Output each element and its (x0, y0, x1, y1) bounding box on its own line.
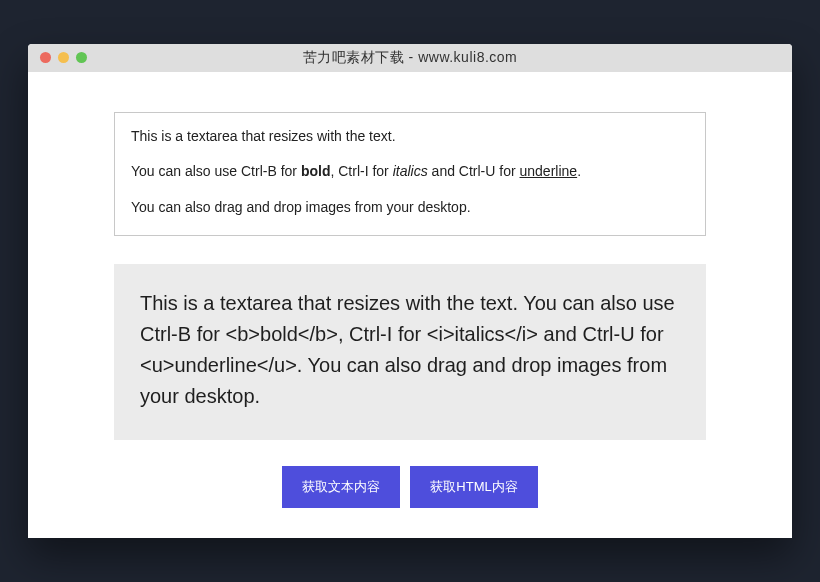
editor-text: This is a textarea that resizes with the… (131, 128, 396, 144)
rich-text-editor[interactable]: This is a textarea that resizes with the… (114, 112, 706, 237)
maximize-icon[interactable] (76, 52, 87, 63)
window-controls (40, 52, 87, 63)
window-title: 苦力吧素材下载 - www.kuli8.com (28, 49, 792, 67)
editor-line: You can also use Ctrl-B for bold, Ctrl-I… (131, 162, 689, 182)
underline-sample: underline (520, 163, 578, 179)
editor-text: . (577, 163, 581, 179)
italic-sample: italics (393, 163, 428, 179)
editor-line: You can also drag and drop images from y… (131, 198, 689, 218)
editor-line: This is a textarea that resizes with the… (131, 127, 689, 147)
content-area: This is a textarea that resizes with the… (28, 72, 792, 539)
editor-text: You can also use Ctrl-B for (131, 163, 301, 179)
editor-text: , Ctrl-I for (330, 163, 392, 179)
get-text-button[interactable]: 获取文本内容 (282, 466, 400, 508)
output-preview: This is a textarea that resizes with the… (114, 264, 706, 440)
titlebar: 苦力吧素材下载 - www.kuli8.com (28, 44, 792, 72)
editor-text: You can also drag and drop images from y… (131, 199, 471, 215)
bold-sample: bold (301, 163, 331, 179)
editor-text: and Ctrl-U for (428, 163, 520, 179)
minimize-icon[interactable] (58, 52, 69, 63)
get-html-button[interactable]: 获取HTML内容 (410, 466, 537, 508)
close-icon[interactable] (40, 52, 51, 63)
preview-text: This is a textarea that resizes with the… (140, 292, 675, 407)
window: 苦力吧素材下载 - www.kuli8.com This is a textar… (28, 44, 792, 539)
button-row: 获取文本内容 获取HTML内容 (114, 466, 706, 508)
